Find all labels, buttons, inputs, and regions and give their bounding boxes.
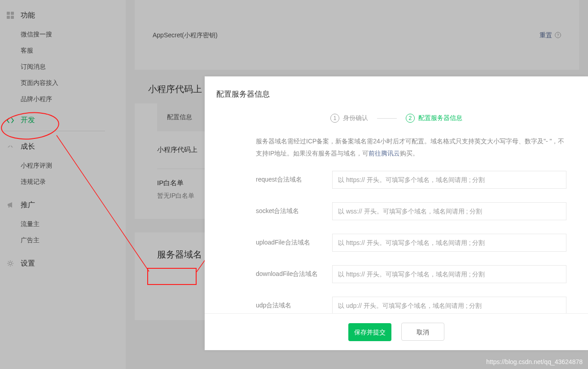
save-submit-button[interactable]: 保存并提交 [348, 323, 391, 341]
upload-domain-label: uploadFile合法域名 [256, 239, 332, 247]
step-2-number-icon: 2 [406, 114, 415, 123]
udp-domain-label: udp合法域名 [256, 302, 332, 310]
form-row-udp: udp合法域名 [256, 297, 566, 315]
modal-footer: 保存并提交 取消 [205, 313, 588, 350]
form-row-upload: uploadFile合法域名 [256, 234, 566, 252]
help-text-suffix: 购买。 [400, 150, 419, 157]
configure-server-modal: 配置服务器信息 1 身份确认 2 配置服务器信息 服务器域名需经过ICP备案，新… [205, 76, 588, 350]
socket-domain-input[interactable] [332, 202, 566, 220]
form-row-download: downloadFile合法域名 [256, 265, 566, 283]
step-configure-server: 2 配置服务器信息 [406, 114, 462, 123]
modal-steps: 1 身份确认 2 配置服务器信息 [205, 114, 588, 123]
form-row-request: request合法域名 [256, 171, 566, 189]
request-domain-input[interactable] [332, 171, 566, 189]
step-1-number-icon: 1 [330, 114, 339, 123]
step-identity: 1 身份确认 [330, 114, 368, 123]
modal-body: 服务器域名需经过ICP备案，新备案域名需24小时后才可配置。域名格式只支持英文大… [205, 135, 588, 315]
request-domain-label: request合法域名 [256, 176, 332, 184]
help-text: 服务器域名需经过ICP备案，新备案域名需24小时后才可配置。域名格式只支持英文大… [256, 135, 566, 159]
upload-domain-input[interactable] [332, 234, 566, 252]
step-1-label: 身份确认 [343, 114, 368, 122]
socket-domain-label: socket合法域名 [256, 207, 332, 215]
watermark: https://blog.csdn.net/qq_43624878 [486, 358, 583, 365]
modal-title: 配置服务器信息 [205, 76, 588, 110]
form-row-socket: socket合法域名 [256, 202, 566, 220]
cancel-button[interactable]: 取消 [401, 323, 444, 341]
download-domain-label: downloadFile合法域名 [256, 270, 332, 278]
step-2-label: 配置服务器信息 [418, 114, 462, 122]
udp-domain-input[interactable] [332, 297, 566, 315]
download-domain-input[interactable] [332, 265, 566, 283]
step-divider [377, 118, 397, 119]
tencent-cloud-link[interactable]: 前往腾讯云 [369, 150, 400, 157]
